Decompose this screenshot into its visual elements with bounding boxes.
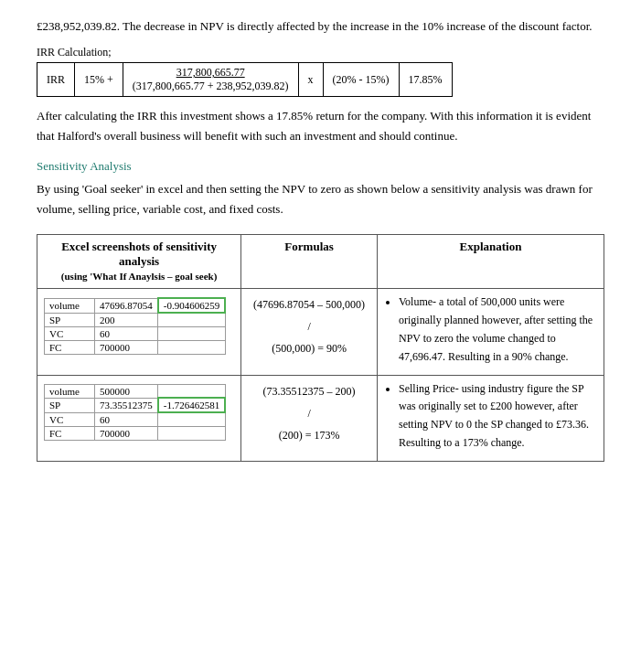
formula-line3-sp: (200) = 173% xyxy=(279,429,340,442)
irr-col3-line2: (317,800,665.77 + 238,952,039.82) xyxy=(133,80,289,93)
mini-cell-highlight: -0.904606259 xyxy=(158,298,225,313)
explanation-cell-volume: Volume- a total of 500,000 units were or… xyxy=(377,289,604,375)
header-explanation: Explanation xyxy=(377,235,604,289)
mini-cell: FC xyxy=(45,426,95,440)
mini-cell: 47696.87054 xyxy=(95,298,158,313)
mini-cell: 700000 xyxy=(95,340,158,354)
irr-label: IRR Calculation; xyxy=(37,46,604,59)
irr-table: IRR 15% + 317,800,665.77 (317,800,665.77… xyxy=(37,62,453,97)
explanation-item-sp: Selling Price- using industry figure the… xyxy=(399,380,597,453)
formula-line2-sp: / xyxy=(307,407,310,420)
explanation-item-volume: Volume- a total of 500,000 units were or… xyxy=(399,293,597,366)
mini-cell: 200 xyxy=(95,313,158,326)
mini-cell: 73.35512375 xyxy=(95,398,158,412)
excel-mini-sp: volume 500000 SP 73.35512375 -1.72646258… xyxy=(44,384,226,441)
mini-cell xyxy=(158,340,225,354)
mini-cell xyxy=(158,412,225,426)
irr-col3-line1: 317,800,665.77 xyxy=(133,66,289,80)
irr-section: IRR Calculation; IRR 15% + 317,800,665.7… xyxy=(37,46,604,97)
irr-col2: 15% + xyxy=(75,63,123,97)
formula-line1-volume: (47696.87054 – 500,000) xyxy=(253,298,365,311)
mini-cell: SP xyxy=(45,398,95,412)
mini-cell: 60 xyxy=(95,326,158,340)
formula-line3-volume: (500,000) = 90% xyxy=(272,342,347,355)
mini-cell-highlight: -1.726462581 xyxy=(158,398,225,412)
irr-col4: x xyxy=(298,63,323,97)
mini-cell: SP xyxy=(45,313,95,326)
formula-cell-sp: (73.35512375 – 200) / (200) = 173% xyxy=(241,375,378,461)
sensitivity-heading: Sensitivity Analysis xyxy=(37,159,604,174)
mini-cell: VC xyxy=(45,412,95,426)
header-formulas: Formulas xyxy=(241,235,378,289)
irr-col5: (20% - 15%) xyxy=(323,63,399,97)
table-row-volume: volume 47696.87054 -0.904606259 SP 200 V… xyxy=(37,289,604,375)
mini-cell: volume xyxy=(45,384,95,398)
mini-cell: 60 xyxy=(95,412,158,426)
header-excel-sub: (using 'What If Anaylsis – goal seek) xyxy=(61,271,218,282)
excel-cell-volume: volume 47696.87054 -0.904606259 SP 200 V… xyxy=(37,289,241,375)
mini-cell: 700000 xyxy=(95,426,158,440)
formula-line1-sp: (73.35512375 – 200) xyxy=(263,385,356,398)
irr-col6: 17.85% xyxy=(399,63,452,97)
formula-cell-volume: (47696.87054 – 500,000) / (500,000) = 90… xyxy=(241,289,378,375)
mini-cell xyxy=(158,426,225,440)
mini-cell: FC xyxy=(45,340,95,354)
table-row-sp: volume 500000 SP 73.35512375 -1.72646258… xyxy=(37,375,604,461)
mini-cell xyxy=(158,326,225,340)
excel-mini-volume: volume 47696.87054 -0.904606259 SP 200 V… xyxy=(44,297,226,355)
mini-cell: 500000 xyxy=(95,384,158,398)
sensitivity-table: Excel screenshots of sensitivity analysi… xyxy=(37,234,604,461)
mini-cell xyxy=(158,384,225,398)
explanation-cell-sp: Selling Price- using industry figure the… xyxy=(377,375,604,461)
irr-col1: IRR xyxy=(37,63,75,97)
mini-cell xyxy=(158,313,225,326)
irr-col3: 317,800,665.77 (317,800,665.77 + 238,952… xyxy=(123,63,298,97)
excel-cell-sp: volume 500000 SP 73.35512375 -1.72646258… xyxy=(37,375,241,461)
mini-cell: VC xyxy=(45,326,95,340)
intro-paragraph: £238,952,039.82. The decrease in NPV is … xyxy=(37,16,604,37)
formula-line2-volume: / xyxy=(307,320,310,333)
header-excel: Excel screenshots of sensitivity analysi… xyxy=(37,235,241,289)
mini-cell: volume xyxy=(45,298,95,313)
sensitivity-paragraph: By using 'Goal seeker' in excel and then… xyxy=(37,179,604,219)
after-irr-paragraph: After calculating the IRR this investmen… xyxy=(37,106,604,146)
